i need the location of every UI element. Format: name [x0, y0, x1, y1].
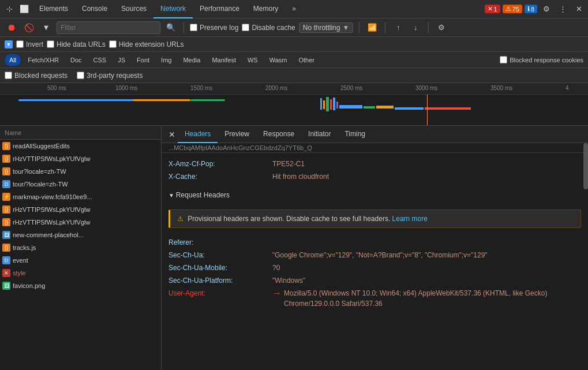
- tab-sources[interactable]: Sources: [114, 0, 153, 18]
- req-icon-xhr-6: {}: [2, 205, 10, 214]
- clear-button[interactable]: 🚫: [22, 21, 36, 35]
- filter-icon[interactable]: ▼: [39, 21, 53, 35]
- req-icon-doc-10: D: [2, 256, 10, 264]
- filter-js[interactable]: JS: [113, 54, 130, 66]
- header-val-xcache: Hit from cloudfront: [272, 171, 581, 182]
- request-headers-content: Referer: Sec-Ch-Ua: "Google Chrome";v="1…: [162, 231, 588, 315]
- request-row-7[interactable]: {} rHzVTTIPSfWsLpkYUfVglw: [0, 216, 161, 229]
- request-row-6[interactable]: {} rHzVTTIPSfWsLpkYUfVglw: [0, 203, 161, 216]
- download-icon[interactable]: ↓: [409, 21, 422, 35]
- settings-icon[interactable]: ⚙: [540, 2, 553, 16]
- waterfall-bar-1: [18, 99, 134, 101]
- request-name-5: markmap-view.fcfa910ee9...: [13, 193, 159, 200]
- filter-font[interactable]: Font: [132, 54, 154, 66]
- request-name-9: tracks.js: [13, 244, 159, 251]
- blocked-requests-checkbox[interactable]: Blocked requests: [5, 72, 68, 80]
- header-val-sec-ch-ua-platform: "Windows": [272, 275, 581, 286]
- detail-tab-response[interactable]: Response: [256, 126, 301, 143]
- tab-performance[interactable]: Performance: [193, 0, 246, 18]
- warning-count: 75: [512, 6, 519, 13]
- request-headers-title[interactable]: Request Headers: [168, 188, 581, 201]
- filter-css[interactable]: CSS: [89, 54, 111, 66]
- request-row-4[interactable]: D tour/?locale=zh-TW: [0, 178, 161, 190]
- cursor-icon[interactable]: ⊹: [2, 2, 16, 16]
- ruler-2000ms: 2000 ms: [265, 85, 287, 91]
- request-row-1[interactable]: {} readAllSuggestEdits: [0, 140, 161, 152]
- request-row-9[interactable]: {} tracks.js: [0, 241, 161, 254]
- req-icon-xhr-1: {}: [2, 142, 10, 150]
- filter-manifest[interactable]: Manifest: [207, 54, 241, 66]
- request-name-12: favicon.png: [13, 282, 159, 289]
- third-party-checkbox[interactable]: 3rd-party requests: [77, 72, 143, 80]
- filter-icon-2: ▼: [5, 40, 13, 48]
- tab-network[interactable]: Network: [153, 0, 193, 18]
- close-details-button[interactable]: ✕: [166, 129, 178, 140]
- req-icon-xhr-2: {}: [2, 155, 10, 163]
- hide-data-urls-checkbox[interactable]: Hide data URLs: [47, 40, 106, 48]
- tab-more[interactable]: »: [285, 0, 303, 18]
- filter-ws[interactable]: WS: [243, 54, 263, 66]
- network-settings-icon[interactable]: ⚙: [435, 21, 448, 35]
- tab-memory[interactable]: Memory: [246, 0, 285, 18]
- filter-all[interactable]: All: [5, 54, 21, 66]
- filter-other[interactable]: Other: [294, 54, 319, 66]
- ruler-500ms: 500 ms: [47, 85, 66, 91]
- filter-wasm[interactable]: Wasm: [265, 54, 292, 66]
- request-row-2[interactable]: {} rHzVTTIPSfWsLpkYUfVglw: [0, 152, 161, 165]
- throttle-selector[interactable]: No throttling ▼: [299, 23, 354, 33]
- warning-badge[interactable]: ⚠ 75: [503, 5, 522, 13]
- tab-elements[interactable]: Elements: [32, 0, 75, 18]
- request-row-3[interactable]: {} tour?locale=zh-TW: [0, 165, 161, 178]
- preserve-log-checkbox[interactable]: Preserve log: [190, 24, 238, 32]
- invert-checkbox[interactable]: Invert: [16, 40, 43, 48]
- filter-media[interactable]: Media: [178, 54, 205, 66]
- request-row-5[interactable]: ⚡ markmap-view.fcfa910ee9...: [0, 190, 161, 203]
- info-badge[interactable]: ℹ 8: [525, 5, 537, 13]
- detail-tab-headers[interactable]: Headers: [178, 126, 218, 143]
- hide-extension-urls-checkbox[interactable]: Hide extension URLs: [109, 40, 184, 48]
- scrollbar-track[interactable]: [583, 143, 588, 370]
- filter-doc[interactable]: Doc: [66, 54, 87, 66]
- req-icon-img-8: 🖼: [2, 231, 10, 239]
- warning-triangle-icon: ⚠: [177, 215, 183, 223]
- filter-img[interactable]: Img: [156, 54, 176, 66]
- type-filter-bar: All Fetch/XHR Doc CSS JS Font Img Media …: [0, 52, 588, 68]
- request-name-11: style: [13, 270, 159, 276]
- request-row-11[interactable]: ✕ style: [0, 267, 161, 279]
- upload-icon[interactable]: ↑: [391, 21, 405, 35]
- header-key-cf-pop: X-Amz-Cf-Pop:: [168, 159, 272, 169]
- info-icon: ℹ: [527, 5, 530, 13]
- close-devtools-icon[interactable]: ✕: [572, 2, 586, 16]
- request-name-7: rHzVTTIPSfWsLpkYUfVglw: [13, 219, 159, 226]
- filter-fetch-xhr[interactable]: Fetch/XHR: [23, 54, 63, 66]
- filter-input[interactable]: [57, 21, 160, 34]
- record-button[interactable]: ⏺: [5, 21, 18, 35]
- headers-content[interactable]: ...MCbqAMfptAAdoAnHcGnzCGEbdzdZq7YT6b_Q …: [162, 143, 588, 370]
- timeline-waterfall[interactable]: [0, 95, 588, 126]
- header-row-user-agent: User-Agent: → Mozilla/5.0 (Windows NT 10…: [168, 287, 581, 310]
- more-options-icon[interactable]: ⋮: [556, 2, 570, 16]
- request-row-8[interactable]: 🖼 new-comment-placehol...: [0, 229, 161, 241]
- header-val-referer: [272, 237, 581, 248]
- wifi-icon[interactable]: 📶: [365, 21, 379, 35]
- learn-more-link[interactable]: Learn more: [392, 215, 428, 223]
- detail-tab-initiator[interactable]: Initiator: [301, 126, 338, 143]
- request-row-12[interactable]: 🖼 favicon.png: [0, 279, 161, 292]
- request-name-4: tour/?locale=zh-TW: [13, 181, 159, 188]
- header-key-sec-ch-ua: Sec-Ch-Ua:: [168, 250, 272, 260]
- disable-cache-checkbox[interactable]: Disable cache: [242, 24, 295, 32]
- search-icon[interactable]: 🔍: [164, 21, 178, 35]
- request-row-10[interactable]: D event: [0, 254, 161, 267]
- requests-list[interactable]: {} readAllSuggestEdits {} rHzVTTIPSfWsLp…: [0, 140, 161, 370]
- blocked-cookies-checkbox[interactable]: [500, 56, 507, 63]
- error-badge[interactable]: ✕ 1: [485, 5, 500, 13]
- scrollbar-thumb[interactable]: [583, 143, 588, 189]
- detail-tab-timing[interactable]: Timing: [338, 126, 372, 143]
- toolbar-icons: ✕ 1 ⚠ 75 ℹ 8 ⚙ ⋮ ✕: [485, 2, 586, 16]
- request-headers-section: Request Headers: [162, 188, 588, 206]
- tab-console[interactable]: Console: [75, 0, 114, 18]
- header-row-sec-ch-ua-mobile: Sec-Ch-Ua-Mobile: ?0: [168, 261, 581, 274]
- detail-tab-preview[interactable]: Preview: [218, 126, 256, 143]
- device-icon[interactable]: ⬜: [17, 2, 31, 16]
- devtools-toolbar: ⊹ ⬜ Elements Console Sources Network Per…: [0, 0, 588, 18]
